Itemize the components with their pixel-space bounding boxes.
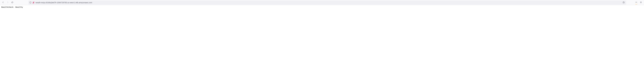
aws-extension-label: aws [636,2,637,2]
arrow-left-icon [2,1,4,4]
lock-insecure-icon[interactable] [32,2,34,4]
app-menu-button[interactable] [639,0,643,5]
hamburger-icon [640,1,642,4]
reload-icon [11,1,14,4]
aws-extension-button[interactable]: aws [634,1,638,4]
arrow-right-icon [7,1,9,4]
url-text[interactable]: weath-recip-z91t6nj3ed7h-1064726783.us-w… [36,2,621,4]
browser-toolbar: weath-recip-z91t6nj3ed7h-1064726783.us-w… [0,0,644,5]
back-button[interactable] [1,0,5,5]
aws-swoosh-icon [635,3,638,4]
bookmark-button[interactable] [622,1,625,4]
svg-marker-2 [623,1,625,3]
star-icon [622,1,625,4]
forward-button[interactable] [6,0,10,5]
toolbar-right-controls: aws [627,0,643,5]
shield-icon[interactable] [29,2,32,4]
page-body-text: Healthcheck: Healthy [0,5,644,9]
address-bar[interactable]: weath-recip-z91t6nj3ed7h-1064726783.us-w… [28,0,626,5]
reload-button[interactable] [10,0,14,5]
